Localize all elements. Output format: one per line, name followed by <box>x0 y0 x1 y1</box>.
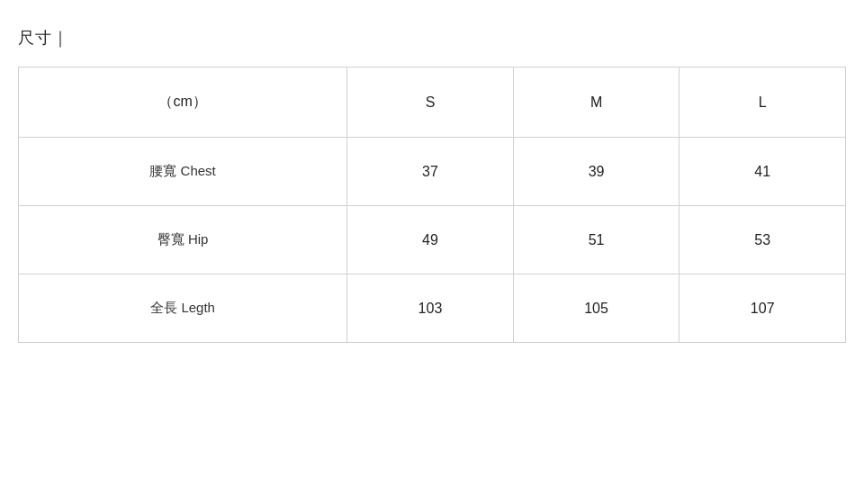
row-hip-label: 臀寬 Hip <box>19 206 347 274</box>
row-length-s: 103 <box>347 274 514 343</box>
table-row: 臀寬 Hip 49 51 53 <box>19 206 846 274</box>
row-chest-l: 41 <box>680 138 846 206</box>
size-table: （cm） S M L 腰寬 Chest 37 39 41 臀寬 Hip 49 5… <box>18 67 846 343</box>
row-length-label: 全長 Legth <box>19 274 347 343</box>
unit-header: （cm） <box>19 68 347 138</box>
row-chest-s: 37 <box>347 138 514 206</box>
table-row: 腰寬 Chest 37 39 41 <box>19 138 846 206</box>
row-hip-m: 51 <box>513 206 680 274</box>
column-l: L <box>680 68 846 138</box>
row-chest-m: 39 <box>513 138 680 206</box>
page-title: 尺寸｜ <box>18 27 846 49</box>
row-hip-s: 49 <box>347 206 514 274</box>
row-length-m: 105 <box>513 274 680 343</box>
column-s: S <box>347 68 514 138</box>
row-length-l: 107 <box>680 274 846 343</box>
column-m: M <box>513 68 680 138</box>
row-chest-label: 腰寬 Chest <box>19 138 347 206</box>
row-hip-l: 53 <box>680 206 846 274</box>
table-row: 全長 Legth 103 105 107 <box>19 274 846 343</box>
